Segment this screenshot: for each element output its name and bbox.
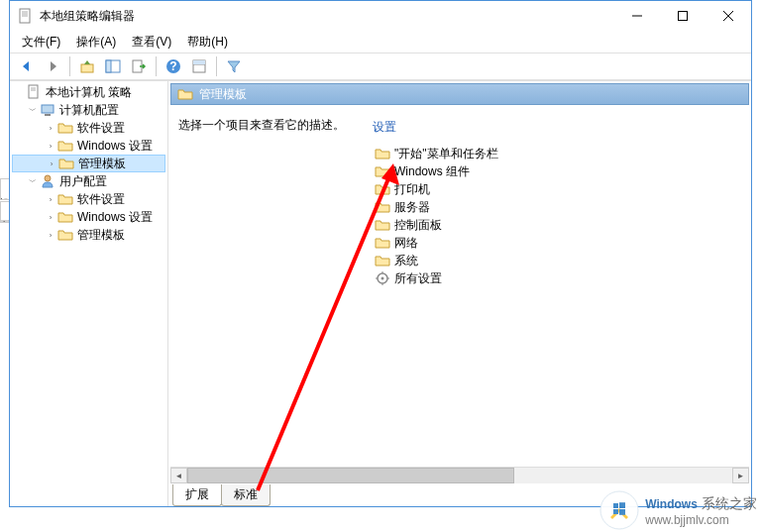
scroll-thumb[interactable] <box>187 468 514 483</box>
minimize-button[interactable] <box>614 1 660 31</box>
tree-root[interactable]: 本地计算机 策略 <box>12 83 165 101</box>
chevron-right-icon[interactable]: › <box>45 157 58 170</box>
list-item-control-panel[interactable]: 控制面板 <box>373 216 745 234</box>
tree-label: 软件设置 <box>77 191 125 208</box>
tree-admin-templates-1[interactable]: › 管理模板 <box>12 155 165 172</box>
svg-rect-20 <box>42 105 54 113</box>
list-item-start-menu[interactable]: "开始"菜单和任务栏 <box>373 145 745 162</box>
toolbar-separator <box>69 56 70 76</box>
svg-rect-10 <box>106 60 111 72</box>
scroll-track[interactable] <box>187 468 732 483</box>
tree-pane[interactable]: 本地计算机 策略 ﹀ 计算机配置 › 软件设置 › <box>10 81 168 506</box>
tree-computer-config[interactable]: ﹀ 计算机配置 <box>12 101 165 119</box>
horizontal-scrollbar[interactable]: ◄ ► <box>170 467 749 483</box>
tree-software-settings-2[interactable]: › 软件设置 <box>12 190 165 208</box>
tree-windows-settings-2[interactable]: › Windows 设置 <box>12 208 165 226</box>
svg-point-22 <box>45 175 51 181</box>
chevron-right-icon[interactable]: › <box>44 192 57 206</box>
watermark-brand: Windows 系统之家 <box>645 494 757 513</box>
svg-text:?: ? <box>169 59 176 73</box>
tree-label: Windows 设置 <box>77 209 153 226</box>
tree-software-settings-1[interactable]: › 软件设置 <box>12 119 165 137</box>
watermark-url: www.bjjmlv.com <box>645 513 757 527</box>
right-pane: 管理模板 选择一个项目来查看它的描述。 设置 "开始"菜单和任务栏 Window… <box>168 81 751 506</box>
tree-admin-templates-2[interactable]: › 管理模板 <box>12 226 165 244</box>
svg-rect-21 <box>45 114 51 116</box>
tree-windows-settings-1[interactable]: › Windows 设置 <box>12 137 165 155</box>
menu-file[interactable]: 文件(F) <box>14 32 68 53</box>
watermark-text: Windows 系统之家 www.bjjmlv.com <box>645 494 757 527</box>
svg-rect-16 <box>193 60 205 64</box>
show-hide-tree-button[interactable] <box>101 54 125 78</box>
folder-icon <box>177 86 193 102</box>
folder-icon <box>58 156 74 171</box>
outer-tab-2[interactable]: 页 <box>0 201 9 223</box>
list-item-label: 网络 <box>394 235 418 252</box>
help-button[interactable]: ? <box>162 54 185 78</box>
folder-icon <box>375 181 390 197</box>
list-item-server[interactable]: 服务器 <box>373 198 745 216</box>
menu-action[interactable]: 操作(A) <box>68 32 124 53</box>
list-item-label: "开始"菜单和任务栏 <box>394 146 498 162</box>
scroll-right-button[interactable]: ► <box>732 468 749 483</box>
properties-button[interactable] <box>187 54 211 78</box>
filter-button[interactable] <box>222 54 246 78</box>
list-item-label: 打印机 <box>394 181 430 198</box>
folder-icon <box>57 191 73 207</box>
list-item-all-settings[interactable]: 所有设置 <box>373 269 745 287</box>
outer-tab-1[interactable]: 机 <box>0 178 9 200</box>
chevron-right-icon[interactable]: › <box>44 121 57 135</box>
list-item-windows-components[interactable]: Windows 组件 <box>373 162 745 180</box>
svg-rect-33 <box>619 502 625 508</box>
scroll-left-button[interactable]: ◄ <box>170 468 187 483</box>
tree-label: 管理模板 <box>77 227 125 244</box>
tree-label: 本地计算机 策略 <box>46 84 132 101</box>
toolbar-separator-3 <box>216 56 217 76</box>
folder-icon <box>375 199 390 215</box>
svg-rect-34 <box>613 509 618 514</box>
settings-icon <box>375 270 390 286</box>
chevron-down-icon[interactable]: ﹀ <box>26 103 40 117</box>
chevron-down-icon[interactable]: ﹀ <box>26 174 40 188</box>
list-item-label: 控制面板 <box>394 217 442 234</box>
maximize-button[interactable] <box>660 1 706 31</box>
window-title: 本地组策略编辑器 <box>40 8 614 25</box>
gpedit-window: 本地组策略编辑器 文件(F) 操作(A) 查看(V) 帮助(H) <box>9 0 752 507</box>
up-button[interactable] <box>75 54 99 78</box>
window-controls <box>614 1 751 31</box>
export-button[interactable] <box>127 54 151 78</box>
content-area: 本地计算机 策略 ﹀ 计算机配置 › 软件设置 › <box>10 80 751 506</box>
chevron-right-icon[interactable]: › <box>44 210 57 224</box>
computer-icon <box>40 102 55 118</box>
tree-label: Windows 设置 <box>77 138 153 155</box>
tab-standard[interactable]: 标准 <box>221 484 271 506</box>
close-button[interactable] <box>706 1 751 31</box>
windows-logo-icon <box>599 490 639 530</box>
svg-rect-35 <box>619 509 625 515</box>
forward-button[interactable] <box>41 54 64 78</box>
list-item-label: 服务器 <box>394 199 430 216</box>
tree-label: 计算机配置 <box>59 102 119 119</box>
svg-rect-17 <box>29 85 38 98</box>
tree-label: 管理模板 <box>78 156 126 172</box>
back-button[interactable] <box>15 54 39 78</box>
tree-user-config[interactable]: ﹀ 用户配置 <box>12 172 165 190</box>
folder-icon <box>375 217 390 233</box>
settings-column-header[interactable]: 设置 <box>373 117 745 139</box>
list-item-system[interactable]: 系统 <box>373 252 745 269</box>
chevron-right-icon[interactable]: › <box>44 139 57 153</box>
settings-list[interactable]: 设置 "开始"菜单和任务栏 Windows 组件 打印机 <box>369 109 749 465</box>
list-item-network[interactable]: 网络 <box>373 234 745 252</box>
watermark: Windows 系统之家 www.bjjmlv.com <box>599 490 757 530</box>
titlebar: 本地组策略编辑器 <box>10 1 751 31</box>
list-item-label: 系统 <box>394 253 418 269</box>
svg-rect-32 <box>613 503 618 508</box>
chevron-right-icon[interactable]: › <box>44 228 57 242</box>
menu-view[interactable]: 查看(V) <box>124 32 179 53</box>
tree-label: 用户配置 <box>59 173 107 190</box>
folder-icon <box>57 227 73 243</box>
menu-help[interactable]: 帮助(H) <box>179 32 236 53</box>
list-item-printers[interactable]: 打印机 <box>373 180 745 198</box>
folder-icon <box>57 209 73 225</box>
tab-extended[interactable]: 扩展 <box>172 484 222 506</box>
